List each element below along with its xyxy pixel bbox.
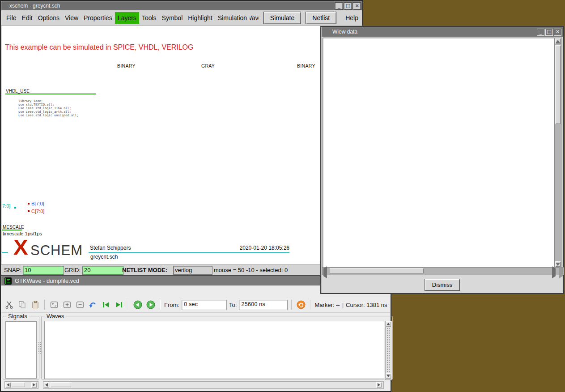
waves-panel-title: Waves	[45, 313, 66, 320]
bus-label-a70-clipped: 7:0]	[2, 203, 10, 209]
reload-icon[interactable]	[296, 299, 306, 310]
xschem-menubar: FileEditOptionsViewPropertiesLayersTools…	[1, 10, 362, 26]
bus-label-c70: C[7:0]	[31, 209, 44, 214]
vhdl-use-wire	[5, 94, 96, 94]
menu-item-simulation[interactable]: Simulation	[215, 12, 250, 24]
close-icon[interactable]: ×	[554, 29, 561, 36]
view-data-title: Wiew data	[332, 29, 357, 35]
signals-panel: Signals	[3, 316, 39, 379]
maximize-icon[interactable]: □	[545, 29, 553, 36]
marker-status-text: Marker: --	[314, 302, 340, 308]
scrollbar-thumb[interactable]	[51, 382, 71, 387]
menu-item-help[interactable]: Help	[342, 12, 362, 24]
bus-c-pin-marker	[28, 210, 30, 212]
zoom-out-icon[interactable]	[75, 299, 85, 310]
timescale-wire	[2, 230, 22, 230]
menu-item-wave-clipped[interactable]: Wave	[250, 12, 259, 24]
shift-left-icon[interactable]	[132, 299, 143, 310]
menu-item-options[interactable]: Options	[35, 12, 62, 24]
netlist-mode-input[interactable]: verilog	[173, 266, 212, 275]
signals-horizontal-scrollbar[interactable]	[4, 381, 38, 389]
signal-list[interactable]	[5, 321, 37, 379]
waves-panel: Waves	[41, 316, 393, 379]
gtkwave-app-icon	[4, 277, 12, 285]
from-label: From:	[164, 302, 179, 308]
toolbar-separator	[128, 300, 129, 310]
scroll-down-icon[interactable]	[386, 373, 391, 379]
wave-display[interactable]	[44, 321, 384, 379]
maximize-icon[interactable]: □	[344, 2, 352, 10]
to-input[interactable]: 25600 ns	[239, 300, 288, 310]
status-divider: |	[342, 302, 344, 308]
grid-input[interactable]: 20	[82, 266, 123, 275]
waves-vertical-scrollbar[interactable]	[385, 321, 392, 380]
close-icon[interactable]: ×	[353, 2, 361, 10]
xschem-logo-text: SCHEM	[30, 244, 83, 257]
toolbar-separator	[44, 300, 45, 310]
undo-arrow-icon[interactable]	[88, 299, 98, 310]
menu-item-edit[interactable]: Edit	[19, 12, 35, 24]
snap-label: SNAP:	[4, 267, 21, 273]
scroll-left-icon[interactable]	[44, 382, 49, 388]
xschem-window-title: xschem - greycnt.sch	[9, 3, 60, 9]
column-header-binary-left: BINARY	[117, 63, 136, 68]
scrollbar-thumb[interactable]	[330, 268, 424, 273]
next-transition-icon[interactable]	[114, 299, 124, 310]
view-data-titlebar[interactable]: Wiew data _ □ ×	[322, 27, 563, 37]
schematic-canvas[interactable]: This example can be simulated in SPICE, …	[2, 26, 362, 264]
view-data-window: Wiew data _ □ × Dismiss	[320, 26, 564, 294]
canvas-banner-text: This example can be simulated in SPICE, …	[5, 43, 194, 51]
grid-label: GRID:	[64, 267, 81, 273]
minimize-icon[interactable]: _	[335, 2, 343, 10]
bus-label-b70: B[7:0]	[31, 201, 44, 206]
scroll-up-icon[interactable]	[555, 38, 561, 44]
menu-item-layers[interactable]: Layers	[115, 12, 139, 24]
titleblock-sheet-name: greycnt.sch	[90, 254, 118, 260]
zoom-in-icon[interactable]	[62, 299, 72, 310]
view-data-vertical-scrollbar[interactable]	[554, 38, 562, 268]
to-label: To:	[229, 302, 237, 308]
shift-right-icon[interactable]	[145, 299, 156, 310]
menu-item-highlight[interactable]: Highlight	[185, 12, 215, 24]
vhdl-code-block: library ieee; use std.TEXTIO.all; use ie…	[18, 99, 79, 117]
snap-input[interactable]: 10	[23, 266, 64, 275]
bus-a-pin-marker	[14, 207, 16, 209]
zoom-fit-icon[interactable]	[49, 299, 59, 310]
titleblock-divider	[89, 252, 289, 253]
scroll-right-icon[interactable]	[31, 382, 37, 388]
netlist-button[interactable]: Netlist	[306, 12, 336, 24]
from-input[interactable]: 0 sec	[182, 300, 227, 310]
minimize-icon[interactable]: _	[537, 29, 544, 36]
menu-item-properties[interactable]: Properties	[81, 12, 115, 24]
view-data-horizontal-scrollbar[interactable]	[322, 267, 564, 275]
column-header-gray: GRAY	[201, 63, 215, 68]
gtkwave-toolbar: From: 0 sec To: 25600 ns Marker: -- | Cu…	[1, 297, 390, 313]
xschem-titlebar[interactable]: xschem - greycnt.sch _ □ ×	[1, 1, 362, 10]
menu-item-symbol[interactable]: Symbol	[159, 12, 186, 24]
paste-icon[interactable]	[30, 299, 41, 310]
scrollbar-thumb[interactable]	[12, 382, 25, 387]
mouse-status-text: mouse = 50 -10 - selected: 0	[214, 267, 288, 273]
toolbar-separator	[310, 300, 311, 310]
scroll-up-icon[interactable]	[386, 321, 391, 327]
xschem-logo-x: X	[13, 237, 28, 257]
menu-item-file[interactable]: File	[4, 12, 19, 24]
simulation-output-area[interactable]	[323, 38, 557, 268]
copy-icon[interactable]	[17, 299, 28, 310]
scroll-left-icon[interactable]	[5, 382, 11, 388]
prev-transition-icon[interactable]	[101, 299, 111, 310]
scrollbar-thumb[interactable]	[387, 328, 390, 372]
scrollbar-thumb[interactable]	[555, 45, 561, 124]
waves-horizontal-scrollbar[interactable]	[43, 381, 384, 389]
cut-icon[interactable]	[4, 299, 15, 310]
xschem-window: xschem - greycnt.sch _ □ × FileEditOptio…	[0, 0, 363, 275]
scroll-right-icon[interactable]	[376, 382, 382, 388]
menu-item-tools[interactable]: Tools	[139, 12, 159, 24]
cursor-status-text: Cursor: 1381 ns	[346, 302, 387, 308]
dismiss-button[interactable]: Dismiss	[425, 279, 460, 291]
simulate-button[interactable]: Simulate	[263, 12, 301, 24]
menu-item-view[interactable]: View	[62, 12, 81, 24]
signals-panel-title: Signals	[6, 313, 29, 320]
netlist-mode-label: NETLIST MODE:	[122, 267, 167, 273]
pane-drag-handle[interactable]	[38, 342, 41, 354]
